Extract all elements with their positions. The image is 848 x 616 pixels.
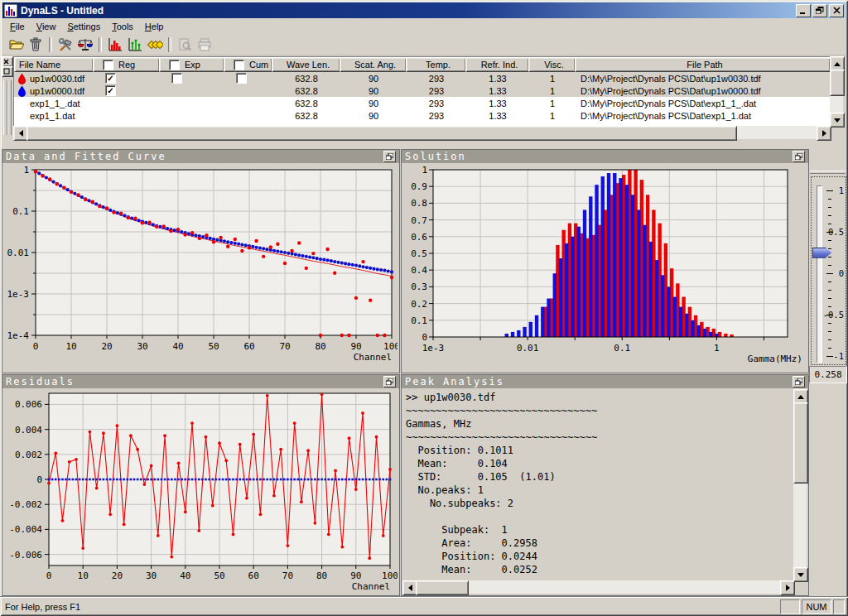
peak-line: Position: 0.1011 xyxy=(406,444,793,457)
reg-checkbox[interactable]: ✓ xyxy=(105,85,116,96)
column-checkbox[interactable] xyxy=(234,60,244,70)
toolbar-diamonds-yellow-button[interactable] xyxy=(145,36,164,54)
cell-reg: ✓ xyxy=(94,84,160,97)
peak-line: Gammas, MHz xyxy=(406,417,793,431)
cell-wave: 632.8 xyxy=(272,109,340,122)
svg-text:0.5: 0.5 xyxy=(411,248,427,259)
column-header-wave[interactable]: Wave Len. xyxy=(272,57,340,72)
toolbar-delete-button[interactable] xyxy=(26,36,45,54)
dock-gripper[interactable] xyxy=(7,80,12,135)
scroll-thumb[interactable] xyxy=(830,70,845,96)
svg-text:10: 10 xyxy=(78,570,89,581)
strip-separator xyxy=(810,171,846,174)
cell-wave: 632.8 xyxy=(272,97,340,109)
menu-item-tools[interactable]: Tools xyxy=(106,20,139,33)
column-header-temp[interactable]: Temp. xyxy=(406,57,466,72)
toolbar-scales-button[interactable] xyxy=(75,36,94,54)
column-header-reg[interactable]: Reg xyxy=(93,57,160,72)
peak-line: ~~~~~~~~~~~~~~~~~~~~~~~~~~~~~~~~ xyxy=(406,431,793,444)
table-dock-strip xyxy=(2,55,12,139)
column-header-label: Reg xyxy=(118,60,135,70)
exp-checkbox[interactable] xyxy=(171,73,182,84)
svg-text:0.6: 0.6 xyxy=(411,232,427,243)
toolbar-open-file-button[interactable] xyxy=(6,36,25,54)
scroll-thumb[interactable] xyxy=(26,126,737,141)
status-bar: For Help, press F1 NUM xyxy=(0,596,848,616)
table-horizontal-scrollbar[interactable] xyxy=(13,126,830,139)
column-header-label: File Name xyxy=(19,60,60,70)
cell-exp xyxy=(160,84,224,97)
column-header-visc[interactable]: Visc. xyxy=(528,57,576,72)
slider-minor-tick xyxy=(828,323,831,324)
column-header-name[interactable]: File Name xyxy=(14,57,94,72)
panel-title: Solution xyxy=(405,151,793,162)
toolbar-tools-button[interactable] xyxy=(55,36,75,54)
table-vertical-scrollbar[interactable] xyxy=(830,56,843,126)
scroll-arrow-right[interactable] xyxy=(780,580,795,595)
column-header-path[interactable]: File Path xyxy=(575,57,831,72)
peak-vertical-scrollbar[interactable] xyxy=(793,389,807,580)
close-button[interactable] xyxy=(829,4,844,17)
menu-item-view[interactable]: View xyxy=(31,20,62,33)
cum-checkbox[interactable] xyxy=(236,73,247,84)
svg-text:20: 20 xyxy=(101,341,112,352)
table-row[interactable]: up1w0000.tdf✓632.8902931.331D:\My\Projec… xyxy=(14,84,831,97)
svg-text:-0.006: -0.006 xyxy=(9,550,42,561)
menu-item-settings[interactable]: Settings xyxy=(61,20,106,33)
panel-restore-icon[interactable] xyxy=(793,376,805,387)
scroll-thumb[interactable] xyxy=(416,580,469,595)
slider-minor-tick xyxy=(828,339,831,340)
slider-minor-tick xyxy=(828,257,831,257)
slider-tick-label: 1 xyxy=(822,185,844,195)
cell-cum xyxy=(224,84,272,97)
cell-exp xyxy=(160,109,224,122)
restore-button[interactable] xyxy=(812,4,827,17)
scroll-thumb[interactable] xyxy=(793,402,808,484)
column-header-exp[interactable]: Exp xyxy=(159,57,224,72)
table-pane-expand-icon[interactable] xyxy=(2,66,13,77)
toolbar-print-button[interactable] xyxy=(195,36,214,54)
column-header-cum[interactable]: Cum xyxy=(224,57,272,72)
cell-path: D:\My\Project\Dynals PCS\Dat\up1w0030.td… xyxy=(576,72,831,84)
column-header-scat[interactable]: Scat. Ang. xyxy=(340,57,407,72)
drop-red-icon xyxy=(17,73,26,84)
table-row[interactable]: up1w0030.tdf✓632.8902931.331D:\My\Projec… xyxy=(14,72,831,84)
solution-chart: 00.10.20.30.40.50.60.70.80.911e-30.010.1… xyxy=(402,163,807,371)
panel-restore-icon[interactable] xyxy=(383,376,396,387)
svg-text:0: 0 xyxy=(422,332,427,343)
column-header-refr[interactable]: Refr. Ind. xyxy=(465,57,529,72)
regularizer-strip: 10.50-0.5-1 0.258 xyxy=(809,149,847,596)
peak-horizontal-scrollbar[interactable] xyxy=(402,580,793,594)
cell-visc: 1 xyxy=(529,72,576,84)
svg-text:100: 100 xyxy=(382,570,398,581)
svg-text:0.9: 0.9 xyxy=(411,181,427,192)
slider-minor-tick xyxy=(828,224,831,224)
table-row[interactable]: exp1_1.dat632.8902931.331D:\My\Project\D… xyxy=(14,109,831,122)
column-checkbox[interactable] xyxy=(169,60,180,70)
svg-text:30: 30 xyxy=(146,570,157,581)
minimize-button[interactable] xyxy=(796,4,811,17)
app-icon xyxy=(4,4,17,17)
scroll-arrow-right[interactable] xyxy=(817,126,831,141)
panel-restore-icon[interactable] xyxy=(793,151,805,162)
svg-text:30: 30 xyxy=(137,341,147,352)
scroll-arrow-down[interactable] xyxy=(793,567,808,582)
cell-reg xyxy=(94,109,160,122)
cell-temp: 293 xyxy=(407,72,466,84)
reg-checkbox[interactable]: ✓ xyxy=(105,73,116,84)
column-checkbox[interactable] xyxy=(103,60,113,70)
cell-cum xyxy=(224,72,272,84)
svg-text:1: 1 xyxy=(23,165,29,176)
peak-line: Position: 0.0244 xyxy=(406,550,793,563)
menu-item-file[interactable]: File xyxy=(4,20,31,33)
toolbar-stems-green-button[interactable] xyxy=(125,36,144,54)
toolbar-print-preview-button[interactable] xyxy=(175,36,194,54)
slider-track[interactable] xyxy=(817,185,822,363)
toolbar-histogram-red-button[interactable] xyxy=(105,36,124,54)
scroll-arrow-down[interactable] xyxy=(830,113,845,128)
panel-restore-icon[interactable] xyxy=(383,151,396,162)
table-row[interactable]: exp1_1_.dat632.8902931.331D:\My\Project\… xyxy=(14,97,831,109)
panel-title: Peak Analysis xyxy=(405,376,793,387)
peak-line: Area: 0.2958 xyxy=(406,537,793,550)
menu-item-help[interactable]: Help xyxy=(139,20,170,33)
